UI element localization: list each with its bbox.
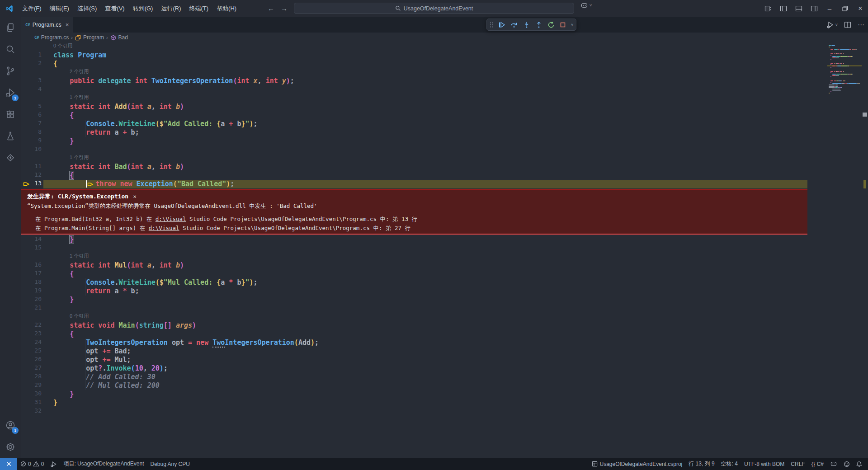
accounts-icon[interactable]: 1 xyxy=(0,414,21,436)
code-text[interactable]: } xyxy=(53,137,74,146)
debug-step-out-button[interactable] xyxy=(535,21,542,28)
line-number[interactable]: 12 xyxy=(21,171,42,178)
line-number[interactable]: 3 xyxy=(21,77,42,84)
code-line[interactable]: 2{ xyxy=(21,60,807,68)
code-line[interactable]: 10 xyxy=(21,146,807,154)
code-text[interactable]: { xyxy=(53,270,74,278)
line-number[interactable]: 22 xyxy=(21,321,42,328)
debug-stop-button[interactable] xyxy=(560,22,566,28)
codelens-references[interactable]: 1 个引用 xyxy=(70,94,89,101)
debug-step-over-button[interactable] xyxy=(510,21,518,28)
line-number[interactable]: 18 xyxy=(21,278,42,285)
minimap[interactable] xyxy=(827,42,862,458)
code-line[interactable]: 25 opt += Bad; xyxy=(21,347,807,356)
code-text[interactable]: { xyxy=(53,60,57,68)
line-number[interactable]: 17 xyxy=(21,270,42,277)
debug-step-into-button[interactable] xyxy=(523,21,530,28)
customize-layout-icon[interactable] xyxy=(760,0,776,17)
code-line[interactable]: 27 opt?.Invoke(10, 20); xyxy=(21,364,807,373)
csproj-indicator[interactable]: UsageOfDelegateAndEvent.csproj xyxy=(589,458,685,470)
notifications-bell-icon[interactable] xyxy=(853,458,865,470)
menu-item[interactable]: 选择(S) xyxy=(73,0,101,17)
codelens-row[interactable]: 0 个引用 xyxy=(21,313,807,321)
exception-close-icon[interactable]: × xyxy=(133,193,137,200)
code-line[interactable]: 17 { xyxy=(21,270,807,278)
code-line[interactable]: 14 } xyxy=(21,235,807,244)
code-text[interactable]: Console.WriteLine($"Add Called: {a + b}"… xyxy=(53,120,258,128)
code-text[interactable]: { xyxy=(53,111,74,120)
line-number[interactable]: 16 xyxy=(21,261,42,268)
code-text[interactable]: } xyxy=(53,399,57,407)
code-line[interactable]: 3 public delegate int TwoIntegersOperati… xyxy=(21,77,807,85)
line-number[interactable]: 6 xyxy=(21,111,42,118)
explorer-icon[interactable] xyxy=(0,17,21,38)
breadcrumb-member[interactable]: Bad xyxy=(118,34,128,41)
code-text[interactable]: opt += Mul; xyxy=(53,356,131,364)
code-text[interactable]: Console.WriteLine($"Mul Called: {a * b}"… xyxy=(53,278,258,287)
code-line[interactable]: 15 xyxy=(21,244,807,253)
code-text[interactable]: return a * b; xyxy=(53,287,139,296)
settings-gear-icon[interactable] xyxy=(0,436,21,458)
code-text[interactable]: static int Bad(int a, int b) xyxy=(53,163,184,171)
command-center-search[interactable]: UsageOfDelegateAndEvent xyxy=(294,3,574,14)
code-text[interactable]: opt += Bad; xyxy=(53,347,131,356)
codelens-row[interactable]: 1 个引用 xyxy=(21,154,807,163)
menu-item[interactable]: 编辑(E) xyxy=(46,0,73,17)
line-number[interactable]: 5 xyxy=(21,103,42,109)
toggle-secondary-sidebar-icon[interactable] xyxy=(807,0,822,17)
testing-icon[interactable] xyxy=(0,125,21,147)
menu-item[interactable]: 查看(V) xyxy=(101,0,128,17)
code-text[interactable]: throw new Exception("Bad Called"); xyxy=(53,180,234,188)
codelens-row[interactable]: 0 个引用 xyxy=(21,42,807,51)
code-line[interactable]: 29 // Mul Called: 200 xyxy=(21,381,807,390)
window-close-button[interactable]: × xyxy=(853,0,868,17)
language-mode[interactable]: {} C# xyxy=(808,458,827,470)
codelens-row[interactable]: 2 个引用 xyxy=(21,68,807,77)
code-text[interactable]: { xyxy=(53,171,74,180)
line-number[interactable]: 10 xyxy=(21,146,42,152)
code-text[interactable]: static void Main(string[] args) xyxy=(53,321,196,330)
code-line[interactable]: 12 { xyxy=(21,171,807,180)
codelens-row[interactable]: 1 个引用 xyxy=(21,253,807,261)
code-line[interactable]: 9 } xyxy=(21,137,807,146)
code-text[interactable]: } xyxy=(53,390,74,399)
extension-diamond-icon[interactable] xyxy=(0,147,21,169)
debug-restart-button[interactable] xyxy=(547,21,555,28)
menu-item[interactable]: 文件(F) xyxy=(18,0,46,17)
copilot-menu[interactable]: ˅ xyxy=(580,2,592,9)
codelens-references[interactable]: 0 个引用 xyxy=(70,313,89,320)
line-number[interactable]: 21 xyxy=(21,304,42,311)
run-or-debug-button[interactable]: ˅ xyxy=(826,21,838,28)
window-minimize-button[interactable]: – xyxy=(822,0,837,17)
overview-ruler[interactable] xyxy=(862,42,868,458)
line-number[interactable]: 4 xyxy=(21,85,42,92)
feedback-icon[interactable] xyxy=(840,458,853,470)
menu-item[interactable]: 终端(T) xyxy=(185,0,212,17)
code-text[interactable]: } xyxy=(53,235,74,244)
line-number[interactable]: 20 xyxy=(21,296,42,302)
extensions-icon[interactable] xyxy=(0,103,21,125)
line-number[interactable]: 23 xyxy=(21,330,42,337)
code-text[interactable]: return a + b; xyxy=(53,128,139,137)
line-number[interactable]: 8 xyxy=(21,128,42,135)
editor[interactable]: 0 个引用1class Program2{2 个引用3 public deleg… xyxy=(21,42,868,458)
build-config-selector[interactable]: Debug Any CPU xyxy=(147,458,193,470)
line-number[interactable]: 24 xyxy=(21,338,42,345)
menu-item[interactable]: 转到(G) xyxy=(129,0,157,17)
menu-item[interactable]: 运行(R) xyxy=(157,0,185,17)
window-restore-button[interactable] xyxy=(837,0,853,17)
line-number[interactable]: 27 xyxy=(21,364,42,371)
code-line[interactable]: 28 // Add Called: 30 xyxy=(21,373,807,381)
codelens-references[interactable]: 1 个引用 xyxy=(70,154,89,161)
cursor-position[interactable]: 行 13, 列 9 xyxy=(685,458,717,470)
line-number[interactable]: 11 xyxy=(21,163,42,169)
code-line[interactable]: 19 return a * b; xyxy=(21,287,807,296)
line-number[interactable]: 30 xyxy=(21,390,42,397)
code-line[interactable]: 18 Console.WriteLine($"Mul Called: {a * … xyxy=(21,278,807,287)
code-line[interactable]: 5 static int Add(int a, int b) xyxy=(21,103,807,111)
code-line[interactable]: 22 static void Main(string[] args) xyxy=(21,321,807,330)
stack-frame-link[interactable]: d:\Visual xyxy=(156,216,186,222)
toggle-panel-icon[interactable] xyxy=(791,0,807,17)
line-number[interactable]: 15 xyxy=(21,244,42,251)
code-text[interactable]: // Add Called: 30 xyxy=(53,373,156,381)
